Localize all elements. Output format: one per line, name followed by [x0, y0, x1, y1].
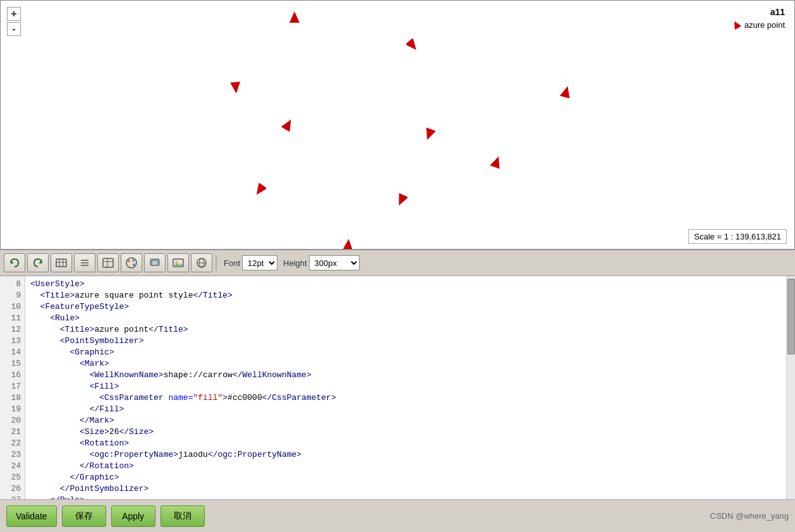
font-label: Font	[224, 258, 240, 268]
code-line: </Fill>	[30, 404, 781, 415]
code-line: </Mark>	[30, 415, 781, 426]
code-line: <Title>azure point</Title>	[30, 324, 781, 336]
code-editor[interactable]: <UserStyle> <Title>azure square point st…	[25, 276, 786, 499]
svg-marker-11	[11, 260, 14, 263]
map-point	[490, 155, 503, 169]
validate-button[interactable]: Validate	[6, 505, 57, 527]
line-number: 20	[0, 415, 25, 426]
line-number: 14	[0, 347, 25, 358]
undo-button[interactable]	[4, 253, 25, 272]
legend-item: azure point	[731, 20, 785, 30]
map-point	[406, 39, 419, 52]
code-line: <Title>azure square point style</Title>	[30, 290, 781, 301]
line-number: 16	[0, 370, 25, 381]
map-point	[342, 238, 355, 250]
line-number: 19	[0, 404, 25, 415]
editor-scrollbar[interactable]	[786, 276, 795, 499]
map-point	[423, 128, 435, 142]
code-line: <UserStyle>	[30, 279, 781, 290]
map-button[interactable]	[51, 253, 72, 272]
zoom-controls: + -	[7, 7, 21, 36]
legend-item-label: azure point	[744, 20, 785, 30]
line-number: 25	[0, 472, 25, 483]
svg-marker-3	[230, 82, 241, 94]
code-line: <FeatureTypeStyle>	[30, 301, 781, 313]
svg-marker-12	[39, 260, 42, 263]
code-line: <Fill>	[30, 381, 781, 392]
svg-rect-17	[103, 258, 113, 267]
line-number: 15	[0, 358, 25, 370]
code-line: <Size>26</Size>	[30, 426, 781, 438]
list-button[interactable]	[74, 253, 95, 272]
svg-point-20	[126, 258, 137, 268]
line-number: 18	[0, 392, 25, 404]
line-number: 23	[0, 449, 25, 461]
image-icon	[172, 257, 185, 269]
scrollbar-thumb[interactable]	[787, 279, 795, 354]
svg-marker-29	[173, 263, 183, 267]
code-line: </Graphic>	[30, 472, 781, 483]
watermark: CSDN @where_yang	[710, 511, 789, 521]
code-line: <PointSymbolizer>	[30, 336, 781, 347]
globe-button[interactable]	[191, 253, 212, 272]
image-button[interactable]	[167, 253, 189, 272]
line-number: 27	[0, 495, 25, 499]
map-point	[288, 10, 301, 24]
svg-point-21	[128, 260, 130, 262]
editor-area: 8910111213141516171819202122232425262728…	[0, 276, 795, 499]
palette-button[interactable]	[121, 253, 142, 272]
map-area: + - a11 azure point	[0, 0, 795, 250]
undo-icon	[8, 257, 21, 269]
line-number: 24	[0, 461, 25, 472]
height-label: Height	[283, 258, 307, 268]
svg-marker-6	[423, 128, 435, 142]
table-button[interactable]	[97, 253, 119, 272]
map-point	[395, 193, 408, 207]
font-size-select[interactable]: 12pt 8pt 10pt 14pt 16pt 18pt 24pt	[242, 255, 277, 270]
svg-rect-13	[56, 259, 66, 267]
layers-icon	[149, 257, 161, 269]
line-number: 12	[0, 324, 25, 336]
svg-marker-9	[395, 193, 408, 207]
line-number: 13	[0, 336, 25, 347]
code-line: <Rotation>	[30, 438, 781, 449]
code-line: </Rule>	[30, 495, 781, 499]
toolbar-separator	[215, 255, 217, 270]
map-point	[282, 118, 294, 131]
redo-icon	[32, 257, 44, 269]
code-line: </Rotation>	[30, 461, 781, 472]
svg-marker-7	[490, 155, 503, 169]
svg-marker-2	[406, 39, 419, 52]
code-line: </PointSymbolizer>	[30, 483, 781, 495]
cancel-button[interactable]: 取消	[161, 505, 205, 527]
globe-icon	[195, 257, 208, 269]
code-line: <Rule>	[30, 313, 781, 324]
legend-title: a11	[731, 7, 785, 17]
map-legend: a11 azure point	[731, 7, 785, 30]
line-number: 9	[0, 290, 25, 301]
zoom-in-button[interactable]: +	[7, 7, 21, 21]
zoom-out-button[interactable]: -	[7, 22, 21, 36]
table-icon	[102, 257, 114, 269]
svg-marker-0	[731, 20, 741, 30]
height-select[interactable]: 300px 100px 200px 400px 500px	[309, 255, 360, 270]
line-number: 8	[0, 279, 25, 290]
code-line: <CssParameter name="fill">#cc0000</CssPa…	[30, 392, 781, 404]
code-line: <WellKnownName>shape://carrow</WellKnown…	[30, 370, 781, 381]
palette-icon	[124, 256, 138, 270]
svg-marker-8	[253, 183, 266, 197]
redo-button[interactable]	[27, 253, 49, 272]
apply-button[interactable]: Apply	[111, 505, 155, 527]
svg-marker-5	[282, 118, 294, 131]
line-number: 26	[0, 483, 25, 495]
layers-button[interactable]	[144, 253, 166, 272]
bottom-buttons: Validate 保存 Apply 取消	[6, 505, 205, 527]
map-icon	[55, 257, 68, 269]
map-point	[253, 183, 266, 197]
svg-point-24	[128, 264, 131, 267]
toolbar: Font 12pt 8pt 10pt 14pt 16pt 18pt 24pt H…	[0, 250, 795, 276]
save-button[interactable]: 保存	[62, 505, 106, 527]
line-number: 11	[0, 313, 25, 324]
svg-marker-1	[289, 11, 300, 23]
legend-arrow-icon	[731, 20, 741, 30]
